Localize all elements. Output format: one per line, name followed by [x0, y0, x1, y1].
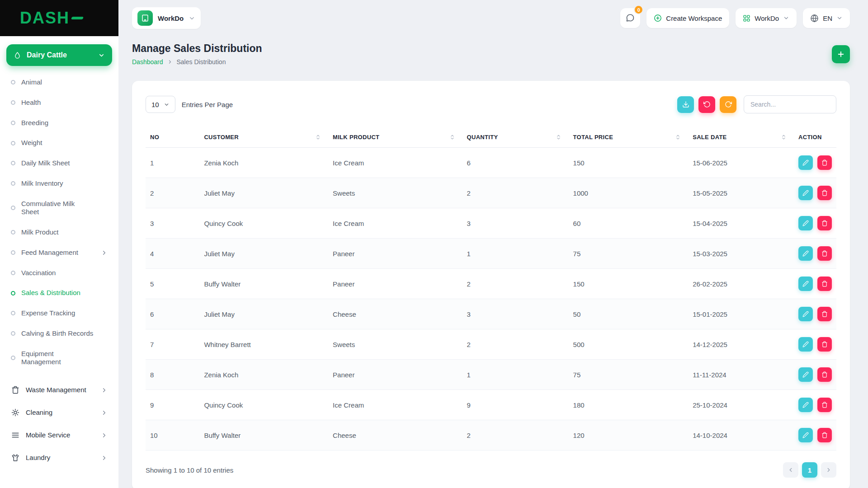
row-actions — [798, 155, 832, 170]
refresh-button[interactable] — [720, 96, 736, 113]
sidebar-item-health[interactable]: Health — [6, 93, 112, 113]
breadcrumb-dashboard-link[interactable]: Dashboard — [132, 58, 163, 66]
delete-button[interactable] — [817, 367, 832, 382]
column-header-sale-date[interactable]: SALE DATE — [688, 127, 794, 148]
delete-button[interactable] — [817, 337, 832, 352]
cell-quantity: 3 — [462, 208, 569, 239]
edit-button[interactable] — [798, 155, 813, 170]
delete-button[interactable] — [817, 155, 832, 170]
column-header-quantity[interactable]: QUANTITY — [462, 127, 569, 148]
pagination: 1 — [783, 462, 836, 478]
messages-button[interactable]: 0 — [620, 8, 640, 28]
chevron-right-icon — [101, 409, 108, 416]
language-label: EN — [823, 14, 832, 22]
delete-button[interactable] — [817, 307, 832, 321]
workspace-selector-label: WorkDo — [158, 14, 184, 22]
showing-entries-text: Showing 1 to 10 of 10 entries — [146, 466, 233, 474]
workspace-selector[interactable]: WorkDo — [132, 7, 201, 29]
cell-milk-product: Paneer — [328, 239, 462, 269]
trash-icon — [821, 250, 828, 257]
delete-button[interactable] — [817, 186, 832, 200]
language-selector[interactable]: EN — [803, 8, 850, 28]
sidebar-item-daily-milk-sheet[interactable]: Daily Milk Sheet — [6, 153, 112, 174]
row-actions — [798, 398, 832, 412]
edit-button[interactable] — [798, 277, 813, 291]
pagination-next-button[interactable] — [821, 462, 836, 478]
delete-button[interactable] — [817, 246, 832, 261]
sort-icon[interactable] — [556, 134, 561, 140]
sidebar-item-equipment-management[interactable]: Equipment Management — [6, 344, 112, 373]
edit-button[interactable] — [798, 186, 813, 200]
cell-quantity: 2 — [462, 329, 569, 360]
chevron-down-icon — [783, 15, 789, 21]
search-input[interactable] — [744, 95, 836, 113]
pagination-prev-button[interactable] — [783, 462, 798, 478]
edit-button[interactable] — [798, 216, 813, 230]
sidebar-item-milk-product[interactable]: Milk Product — [6, 222, 112, 243]
sort-icon[interactable] — [781, 134, 787, 140]
pencil-icon — [802, 190, 809, 196]
sidebar-item-commulative-milk-sheet[interactable]: Commulative Milk Sheet — [6, 194, 112, 223]
delete-button[interactable] — [817, 398, 832, 412]
cell-total-price: 150 — [569, 269, 689, 299]
edit-button[interactable] — [798, 398, 813, 412]
sidebar-item-mobile-service[interactable]: Mobile Service — [6, 424, 112, 446]
delete-button[interactable] — [817, 277, 832, 291]
edit-button[interactable] — [798, 428, 813, 442]
export-button[interactable] — [677, 96, 694, 113]
sidebar-item-waste-management[interactable]: Waste Management — [6, 379, 112, 401]
sidebar-workspace-button[interactable]: Dairy Cattle — [6, 44, 112, 66]
add-record-button[interactable] — [832, 45, 850, 63]
sidebar-item-laundry[interactable]: Laundry — [6, 446, 112, 469]
sort-icon[interactable] — [449, 134, 455, 140]
logo-block[interactable]: DASH — [0, 0, 118, 36]
card-footer: Showing 1 to 10 of 10 entries 1 — [146, 462, 836, 478]
reset-button[interactable] — [698, 96, 715, 113]
cell-no: 6 — [146, 299, 199, 329]
edit-button[interactable] — [798, 246, 813, 261]
topbar-right: 0 Create Workspace WorkDo — [620, 8, 850, 28]
sidebar-item-expense-tracking[interactable]: Expense Tracking — [6, 303, 112, 324]
pagination-page-1[interactable]: 1 — [802, 462, 817, 478]
cell-action — [794, 420, 836, 450]
workdo-menu-button[interactable]: WorkDo — [736, 8, 797, 28]
edit-button[interactable] — [798, 307, 813, 321]
cell-milk-product: Ice Cream — [328, 208, 462, 239]
column-header-milk-product[interactable]: MILK PRODUCT — [328, 127, 462, 148]
cell-quantity: 6 — [462, 148, 569, 178]
sidebar-item-animal[interactable]: Animal — [6, 72, 112, 93]
row-actions — [798, 367, 832, 382]
column-header-label: CUSTOMER — [204, 134, 239, 141]
sidebar-item-feed-management[interactable]: Feed Management — [6, 243, 112, 263]
edit-button[interactable] — [798, 337, 813, 352]
cell-milk-product: Ice Cream — [328, 390, 462, 420]
sidebar-item-label: Weight — [21, 139, 42, 147]
create-workspace-button[interactable]: Create Workspace — [646, 8, 729, 28]
delete-button[interactable] — [817, 216, 832, 230]
delete-button[interactable] — [817, 428, 832, 442]
bullet-icon — [11, 161, 15, 165]
sidebar-item-label: Equipment Management — [21, 350, 79, 367]
cell-customer: Quincy Cook — [199, 390, 328, 420]
sidebar-item-label: Sales & Distribution — [21, 289, 80, 297]
cell-customer: Quincy Cook — [199, 208, 328, 239]
sidebar-item-sales-distribution[interactable]: Sales & Distribution — [6, 283, 112, 303]
edit-button[interactable] — [798, 367, 813, 382]
sidebar-item-weight[interactable]: Weight — [6, 133, 112, 153]
column-header-total-price[interactable]: TOTAL PRICE — [569, 127, 689, 148]
entries-per-page-select[interactable]: 10 — [146, 96, 175, 113]
page-head: Manage Sales Distribution Dashboard Sale… — [118, 36, 868, 66]
chevron-right-icon — [101, 387, 108, 394]
column-header-customer[interactable]: CUSTOMER — [199, 127, 328, 148]
sidebar-item-label: Commulative Milk Sheet — [21, 200, 79, 217]
sidebar-item-milk-inventory[interactable]: Milk Inventory — [6, 174, 112, 194]
sidebar-item-vaccination[interactable]: Vaccination — [6, 263, 112, 283]
sidebar-item-cleaning[interactable]: Cleaning — [6, 401, 112, 424]
cell-quantity: 3 — [462, 299, 569, 329]
sidebar-item-breeding[interactable]: Breeding — [6, 113, 112, 133]
sort-icon[interactable] — [315, 134, 321, 140]
sort-icon[interactable] — [675, 134, 681, 140]
sidebar-item-label: Waste Management — [26, 386, 86, 394]
sidebar-item-calving-birth-records[interactable]: Calving & Birth Records — [6, 324, 112, 344]
sidebar-item-label: Breeding — [21, 119, 48, 127]
